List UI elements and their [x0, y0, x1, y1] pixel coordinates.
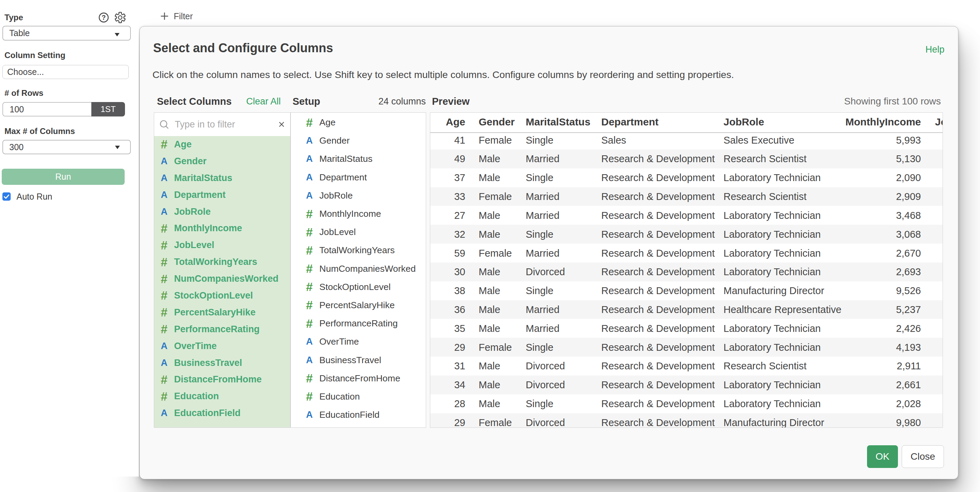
- svg-text:?: ?: [102, 14, 106, 21]
